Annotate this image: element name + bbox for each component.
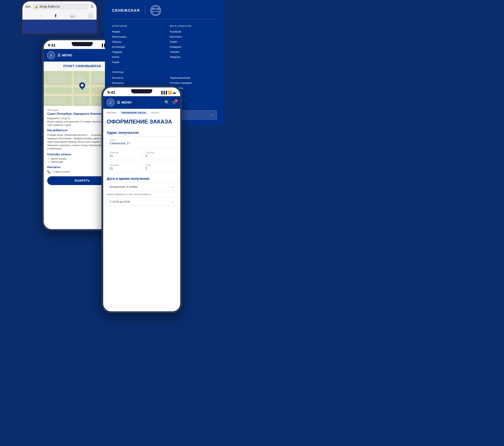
url-bar[interactable]: 🔒 shop.fcdm.ru: [32, 3, 89, 10]
svg-text:Д: Д: [109, 101, 112, 104]
phone-3-order: 9:41 ▐▐▐ 🛜 ▬ Д ☰ МЕНЮ 🔍 🛒: [101, 86, 182, 313]
svg-text:SOLGAR: SOLGAR: [152, 8, 160, 10]
order-title: ОФОРМЛЕНИЕ ЗАКАЗА: [103, 117, 180, 128]
cart-badge: 3: [175, 99, 178, 102]
cat-link-4[interactable]: Подарки: [112, 50, 159, 53]
phone-number: +7 999 123-45-67: [52, 171, 70, 173]
intercom-label: Домофон: [110, 164, 138, 166]
help-title: ПОМОЩЬ: [112, 71, 159, 73]
breadcrumb-1[interactable]: ОФОРМЛЕНИЕ ЗАКАЗА: [120, 111, 147, 115]
search-icon-3[interactable]: 🔍: [164, 100, 169, 105]
time-select[interactable]: С 10:00 до 22:00 ⌄: [107, 197, 177, 206]
hamburger-icon: ☰: [57, 53, 60, 57]
elevator-note: Курьер поднимает на этаж, если потребует…: [103, 192, 180, 197]
apt-field[interactable]: Квартира 21: [107, 149, 141, 160]
cart-badge-container[interactable]: 🛒 3: [172, 100, 177, 105]
social-title: МЫ В СОЦСЕТЯХ: [170, 25, 217, 27]
lock-icon: 🔒: [35, 5, 38, 9]
status-icons-3: ▐▐▐ 🛜 ▬: [160, 90, 176, 94]
categories-col: КАТЕГОРИИ Форма Аксессуары Образы Коллек…: [112, 25, 159, 66]
floor-field[interactable]: Этаж 2: [143, 161, 177, 172]
entrance-field[interactable]: Подъезд 3: [143, 149, 177, 160]
breadcrumb: КОРЗИНА › ОФОРМЛЕНИЕ ЗАКАЗА › ОПЛАТА: [103, 109, 180, 117]
floor-value: 2: [145, 167, 174, 170]
menu-btn-2[interactable]: ☰ МЕНЮ: [57, 53, 72, 57]
svg-point-5: [152, 6, 160, 15]
categories-title: КАТЕГОРИИ: [112, 25, 159, 27]
social-link-5[interactable]: Telegram: [170, 55, 217, 58]
svg-text:Д: Д: [50, 54, 52, 57]
address-field[interactable]: Адрес Саблинская, 17: [107, 136, 177, 147]
bookmarks-btn[interactable]: 📖: [70, 13, 75, 18]
header-icons-3: 🔍 🛒 3: [164, 100, 177, 105]
svg-marker-4: [80, 87, 84, 90]
solgar-circle: SOLGAR Since 1947: [150, 5, 161, 16]
browser-nav: ‹ › ⬆ 📖 ⬜: [22, 12, 97, 19]
social-link-4[interactable]: Youtube: [170, 50, 217, 53]
footer-columns: КАТЕГОРИИ Форма Аксессуары Образы Коллек…: [112, 25, 217, 66]
entrance-value: 3: [145, 154, 174, 158]
intercom-field[interactable]: Домофон 21: [107, 161, 141, 172]
browser-bar: AA 🔒 shop.fcdm.ru ↻: [22, 1, 97, 12]
tabs-btn[interactable]: ⬜: [88, 13, 93, 18]
intercom-floor-row: Домофон 21 Этаж 2: [107, 161, 177, 172]
help-link-0[interactable]: Контакты: [112, 76, 159, 79]
cat-link-1[interactable]: Аксессуары: [112, 35, 159, 38]
phone-1: AA 🔒 shop.fcdm.ru ↻ ‹ › ⬆ 📖 ⬜: [21, 0, 98, 35]
phone-icon: 📞: [47, 170, 51, 174]
cat-link-5[interactable]: Kelme: [112, 55, 159, 58]
help-link2-0[interactable]: Термонанесение: [170, 76, 217, 79]
solgar-logo: SOLGAR Since 1947: [150, 5, 161, 16]
floor-label: Этаж: [145, 164, 174, 166]
datetime-title: Дата и время получения: [103, 174, 180, 182]
notch: [72, 42, 93, 46]
apt-label: Квартира: [110, 151, 138, 154]
svg-text:Since 1947: Since 1947: [152, 11, 160, 12]
forward-btn[interactable]: ›: [40, 13, 41, 18]
address-value: Саблинская, 17: [110, 142, 174, 145]
social-col: МЫ В СОЦСЕТЯХ Facebook Вконтакте Twitter…: [170, 25, 217, 66]
url-text: shop.fcdm.ru: [39, 4, 60, 9]
breadcrumb-2[interactable]: ОПЛАТА: [151, 112, 159, 114]
time-2: 9:41: [48, 43, 56, 48]
dynamo-logo-3[interactable]: Д: [107, 99, 114, 106]
menu-btn-3[interactable]: ☰ МЕНЮ: [117, 100, 132, 105]
entrance-label: Подъезд: [145, 151, 174, 154]
bc-arrow-1: ›: [149, 112, 150, 114]
pickup-title: ПУНКТ САМОВЫВОЗА: [63, 64, 101, 68]
date-value: Воскресенье, 8 ноября: [110, 185, 138, 188]
cat-link-2[interactable]: Образы: [112, 40, 159, 43]
notch-3: [131, 89, 152, 93]
recipient-title: Адрес получателя: [103, 128, 180, 136]
date-select[interactable]: Воскресенье, 8 ноября ⌄: [107, 182, 177, 191]
menu-label-2: МЕНЮ: [62, 54, 72, 57]
cat-link-0[interactable]: Форма: [112, 30, 159, 33]
senezh-logo: СЕНЕЖСКАЯ: [112, 8, 140, 13]
help-link-1[interactable]: Магазины: [112, 81, 159, 84]
cat-link-3[interactable]: Коллекции: [112, 45, 159, 48]
brand-logos: СЕНЕЖСКАЯ SOLGAR Since 1947: [112, 5, 217, 19]
back-btn[interactable]: ‹: [26, 13, 27, 18]
signal-icon-3: ▐▐▐: [160, 91, 167, 94]
help-link2-1[interactable]: Оптовые продажи: [170, 81, 217, 84]
hamburger-icon-3: ☰: [117, 100, 120, 105]
apt-entrance-row: Квартира 21 Подъезд 3: [107, 149, 177, 160]
email-submit-btn[interactable]: →: [207, 110, 217, 120]
share-btn[interactable]: ⬆: [54, 13, 57, 18]
dynamo-logo-2[interactable]: Д: [47, 52, 55, 59]
refresh-icon[interactable]: ↻: [91, 4, 94, 9]
bc-arrow-0: ›: [118, 112, 119, 114]
date-chevron-icon: ⌄: [171, 185, 174, 188]
logo-divider: [145, 6, 145, 15]
aa-button[interactable]: AA: [25, 4, 30, 9]
social-link-1[interactable]: Вконтакте: [170, 35, 217, 38]
wifi-icon-3: 🛜: [168, 90, 172, 94]
breadcrumb-0[interactable]: КОРЗИНА: [107, 112, 117, 114]
social-link-0[interactable]: Facebook: [170, 30, 217, 33]
battery-icon-3: ▬: [173, 91, 176, 94]
social-link-3[interactable]: Instagram: [170, 45, 217, 48]
social-link-2[interactable]: Twitter: [170, 40, 217, 43]
time-3: 9:41: [108, 90, 115, 95]
cat-link-6[interactable]: Акции: [112, 60, 159, 64]
time-value: С 10:00 до 22:00: [110, 200, 130, 203]
